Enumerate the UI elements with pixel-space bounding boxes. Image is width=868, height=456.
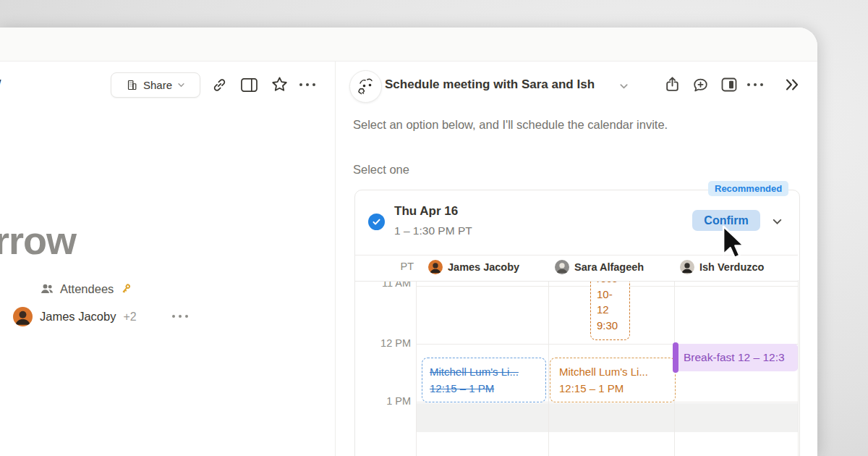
sara-avatar: [555, 260, 569, 274]
selected-check-icon[interactable]: [368, 214, 385, 230]
event-ish-breakfast-bar: [673, 342, 678, 373]
column-header-sara: Sara Alfageeh: [555, 260, 644, 274]
favorite-star-icon[interactable]: [271, 75, 289, 93]
panel-more-icon[interactable]: [747, 83, 763, 86]
column-header-james: James Jacoby: [428, 260, 519, 274]
hour-label-12pm: 12 PM: [354, 337, 411, 349]
attendee-name: James Jacoby: [40, 310, 116, 324]
option-time: 1 – 1:30 PM PT: [394, 224, 472, 237]
title-chevron-down-icon[interactable]: [618, 81, 629, 92]
building-icon: [126, 79, 138, 91]
window-top-band: [0, 28, 817, 62]
side-peek-icon[interactable]: [240, 77, 258, 93]
side-panel-toggle-icon[interactable]: [720, 77, 738, 93]
event-james-mitchell[interactable]: Mitchell Lum's Li... 12:15 – 1 PM: [422, 358, 546, 402]
recommended-badge: Recommended: [708, 181, 788, 196]
page-title-clipped: rrow: [0, 218, 76, 263]
share-button-label: Share: [143, 79, 172, 91]
attendee-more-icon[interactable]: [172, 315, 188, 318]
attendee-extra-count: +2: [123, 311, 136, 324]
more-icon[interactable]: [299, 83, 315, 86]
collapse-panel-icon[interactable]: [783, 75, 801, 94]
timezone-label: PT: [394, 261, 414, 272]
option-chevron-down-icon[interactable]: [771, 216, 783, 228]
event-time: 12:15 – 1 PM: [430, 380, 538, 397]
select-one-label: Select one: [353, 163, 409, 177]
chevron-down-icon: [177, 81, 185, 89]
event-sara-mitchell[interactable]: Mitchell Lum's Li... 12:15 – 1 PM: [550, 358, 676, 402]
ai-face-icon: [349, 70, 382, 103]
clipped-breadcrumb-text: w: [0, 75, 1, 91]
add-comment-icon[interactable]: [692, 76, 710, 94]
selected-slot-band: [416, 403, 798, 432]
attendee-person-row[interactable]: James Jacoby +2: [13, 307, 137, 326]
panel-title: Schedule meeting with Sara and Ish: [385, 77, 595, 92]
attendees-label: Attendees: [60, 282, 114, 296]
event-time: 12:15 – 1 PM: [559, 380, 666, 397]
event-ish-breakfast[interactable]: Break-fast 12 – 12:3: [674, 344, 798, 371]
option-date: Thu Apr 16: [394, 204, 458, 219]
ish-avatar: [680, 260, 694, 274]
column-name-james: James Jacoby: [448, 261, 519, 273]
panel-divider: [335, 62, 336, 456]
people-icon: [40, 282, 54, 296]
james-avatar-large: [13, 307, 33, 326]
key-icon: [119, 282, 132, 295]
event-title: Break-fast 12 – 12:3: [684, 351, 785, 364]
column-name-sara: Sara Alfageeh: [574, 261, 644, 273]
attendees-property-row[interactable]: Attendees: [40, 282, 132, 296]
mouse-cursor: [718, 224, 746, 266]
event-title: Mitchell Lum's Li...: [430, 363, 538, 380]
hour-label-1pm: 1 PM: [354, 395, 411, 407]
james-avatar: [428, 260, 443, 274]
screenshot-stage: w Share: [0, 0, 868, 456]
copy-link-icon[interactable]: [211, 77, 228, 93]
grid-vline: [548, 280, 549, 456]
assistant-message: Select an option below, and I'll schedul…: [353, 118, 668, 132]
share-button[interactable]: Share: [111, 72, 200, 98]
grid-vline: [798, 280, 799, 456]
export-icon[interactable]: [663, 75, 681, 93]
event-title: Mitchell Lum's Li...: [559, 363, 666, 380]
grid-vline: [416, 280, 417, 456]
